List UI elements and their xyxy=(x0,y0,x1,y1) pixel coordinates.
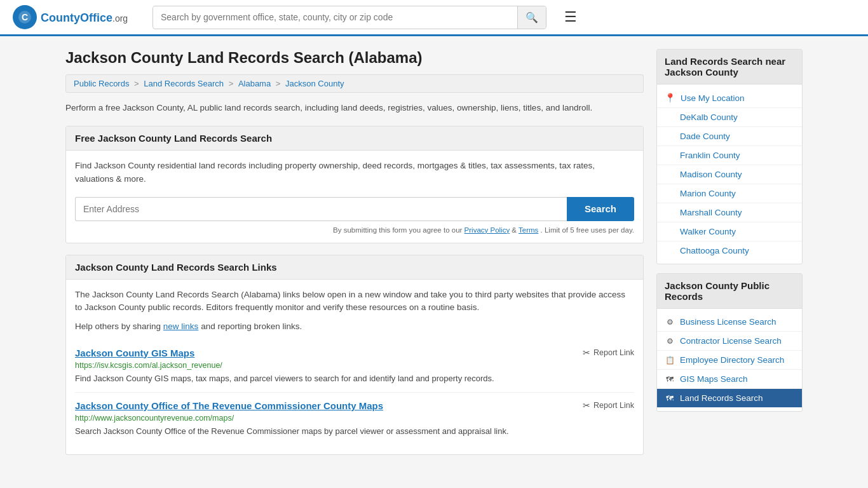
report-icon-revenue: ✂ xyxy=(583,400,590,410)
link-item-revenue-commissioner: Jackson County Office of The Revenue Com… xyxy=(75,393,634,445)
gear-icon-business: ⚙ xyxy=(665,318,675,327)
sidebar-item-employee-directory[interactable]: 📋 Employee Directory Search xyxy=(657,351,802,370)
sidebar-item-marion[interactable]: Marion County xyxy=(657,184,802,203)
sidebar-item-land-records[interactable]: 🗺 Land Records Search xyxy=(657,389,802,407)
public-records-section: Jackson County Public Records ⚙ Business… xyxy=(656,273,803,412)
free-search-header: Free Jackson County Land Records Search xyxy=(66,126,643,151)
address-search-form: Search xyxy=(75,197,634,221)
use-my-location[interactable]: 📍 Use My Location xyxy=(657,88,802,108)
links-section-body: The Jackson County Land Records Search (… xyxy=(66,280,643,454)
report-icon-gis: ✂ xyxy=(583,348,590,358)
breadcrumb-jackson-county[interactable]: Jackson County xyxy=(285,79,344,88)
address-search-input[interactable] xyxy=(75,197,567,221)
report-link-gis[interactable]: ✂ Report Link xyxy=(583,348,634,358)
page-description: Perform a free Jackson County, AL public… xyxy=(65,102,644,114)
global-search-input[interactable] xyxy=(153,7,517,27)
sidebar-item-dade[interactable]: Dade County xyxy=(657,127,802,146)
free-search-body: Find Jackson County residential land rec… xyxy=(66,151,643,243)
nearby-section-body: 📍 Use My Location DeKalb County Dade Cou… xyxy=(657,85,802,264)
links-help-text: Help others by sharing new links and rep… xyxy=(75,320,634,333)
links-section: Jackson County Land Records Search Links… xyxy=(65,255,644,455)
breadcrumb-land-records-search[interactable]: Land Records Search xyxy=(144,79,224,88)
sidebar-item-chattooga[interactable]: Chattooga County xyxy=(657,241,802,260)
free-search-description: Find Jackson County residential land rec… xyxy=(75,159,634,186)
map-icon-gis: 🗺 xyxy=(665,375,675,384)
sidebar-item-madison[interactable]: Madison County xyxy=(657,165,802,184)
sidebar-item-business-license[interactable]: ⚙ Business License Search xyxy=(657,313,802,332)
svg-text:C: C xyxy=(22,12,28,22)
book-icon-employee: 📋 xyxy=(665,356,675,365)
gis-maps-title[interactable]: Jackson County GIS Maps xyxy=(75,348,194,358)
hamburger-menu-button[interactable]: ☰ xyxy=(564,9,577,25)
sidebar-item-dekalb[interactable]: DeKalb County xyxy=(657,108,802,127)
address-search-button[interactable]: Search xyxy=(567,197,634,221)
map-icon-land: 🗺 xyxy=(665,394,675,403)
logo-area: C CountyOffice.org xyxy=(13,5,140,29)
sidebar-item-walker[interactable]: Walker County xyxy=(657,222,802,241)
sidebar-item-contractor-license[interactable]: ⚙ Contractor License Search xyxy=(657,332,802,351)
privacy-policy-link[interactable]: Privacy Policy xyxy=(465,226,510,234)
header: C CountyOffice.org 🔍 ☰ xyxy=(0,0,868,36)
location-icon: 📍 xyxy=(665,93,675,103)
links-section-header: Jackson County Land Records Search Links xyxy=(66,255,643,280)
sidebar-item-gis-maps[interactable]: 🗺 GIS Maps Search xyxy=(657,370,802,389)
link-item-gis-maps: Jackson County GIS Maps ✂ Report Link ht… xyxy=(75,340,634,393)
sidebar: Land Records Search near Jackson County … xyxy=(656,49,803,466)
public-records-section-header: Jackson County Public Records xyxy=(657,274,802,309)
main-content: Jackson County Land Records Search (Alab… xyxy=(65,49,644,466)
gear-icon-contractor: ⚙ xyxy=(665,337,675,346)
free-search-section: Free Jackson County Land Records Search … xyxy=(65,126,644,243)
public-records-section-body: ⚙ Business License Search ⚙ Contractor L… xyxy=(657,309,802,411)
sidebar-item-marshall[interactable]: Marshall County xyxy=(657,203,802,222)
revenue-commissioner-title[interactable]: Jackson County Office of The Revenue Com… xyxy=(75,400,383,411)
links-description: The Jackson County Land Records Search (… xyxy=(75,288,634,315)
nearby-section: Land Records Search near Jackson County … xyxy=(656,49,803,264)
breadcrumb-alabama[interactable]: Alabama xyxy=(238,79,271,88)
global-search-wrap: 🔍 xyxy=(153,6,546,29)
sidebar-item-franklin[interactable]: Franklin County xyxy=(657,146,802,165)
report-link-revenue[interactable]: ✂ Report Link xyxy=(583,400,634,410)
new-links-link[interactable]: new links xyxy=(163,322,199,331)
terms-link[interactable]: Terms xyxy=(519,226,538,234)
main-container: Jackson County Land Records Search (Alab… xyxy=(53,36,815,479)
breadcrumb-public-records[interactable]: Public Records xyxy=(74,79,129,88)
logo-text: CountyOffice.org xyxy=(41,10,128,25)
gis-maps-desc: Find Jackson County GIS maps, tax maps, … xyxy=(75,372,634,385)
page-title: Jackson County Land Records Search (Alab… xyxy=(65,49,644,67)
revenue-commissioner-desc: Search Jackson County Office of the Reve… xyxy=(75,425,634,438)
revenue-commissioner-url: http://www.jacksoncountyrevenue.com/maps… xyxy=(75,414,634,423)
nearby-section-header: Land Records Search near Jackson County xyxy=(657,50,802,85)
gis-maps-url: https://isv.kcsgis.com/al.jackson_revenu… xyxy=(75,361,634,370)
breadcrumb: Public Records > Land Records Search > A… xyxy=(65,74,644,93)
global-search-button[interactable]: 🔍 xyxy=(517,6,546,29)
logo-icon: C xyxy=(13,5,37,29)
form-disclaimer: By submitting this form you agree to our… xyxy=(75,226,634,234)
